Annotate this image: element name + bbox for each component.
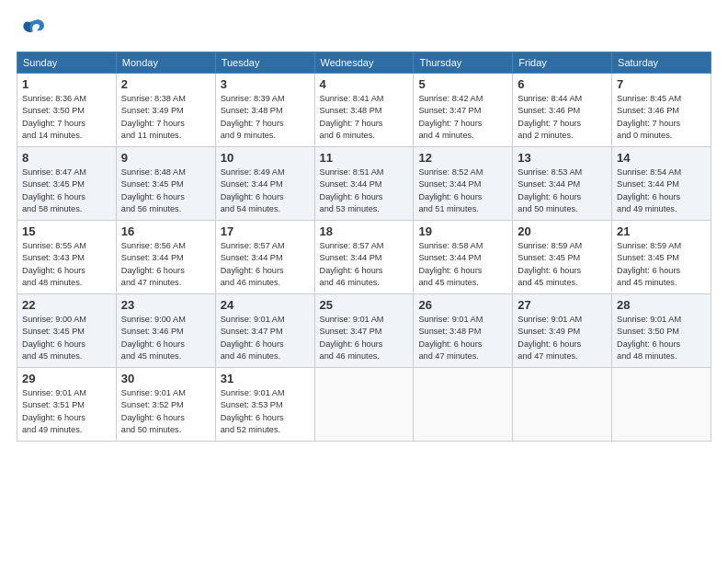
- week-row-5: 29Sunrise: 9:01 AM Sunset: 3:51 PM Dayli…: [17, 368, 711, 442]
- day-number: 27: [518, 298, 607, 312]
- day-number: 17: [221, 224, 310, 238]
- day-cell: [612, 368, 711, 442]
- day-cell: 24Sunrise: 9:01 AM Sunset: 3:47 PM Dayli…: [215, 294, 314, 368]
- logo-icon: [17, 17, 46, 42]
- day-cell: 13Sunrise: 8:53 AM Sunset: 3:44 PM Dayli…: [513, 147, 612, 221]
- day-number: 13: [518, 151, 607, 165]
- day-info: Sunrise: 9:01 AM Sunset: 3:51 PM Dayligh…: [22, 387, 111, 436]
- day-info: Sunrise: 8:36 AM Sunset: 3:50 PM Dayligh…: [22, 93, 111, 142]
- day-info: Sunrise: 8:57 AM Sunset: 3:44 PM Dayligh…: [320, 240, 409, 289]
- week-row-3: 15Sunrise: 8:55 AM Sunset: 3:43 PM Dayli…: [17, 221, 711, 294]
- day-info: Sunrise: 8:59 AM Sunset: 3:45 PM Dayligh…: [617, 240, 706, 289]
- week-row-2: 8Sunrise: 8:47 AM Sunset: 3:45 PM Daylig…: [17, 147, 711, 221]
- col-header-tuesday: Tuesday: [215, 52, 314, 74]
- day-cell: 16Sunrise: 8:56 AM Sunset: 3:44 PM Dayli…: [116, 221, 215, 294]
- day-info: Sunrise: 8:45 AM Sunset: 3:46 PM Dayligh…: [617, 93, 706, 142]
- day-cell: 1Sunrise: 8:36 AM Sunset: 3:50 PM Daylig…: [17, 74, 117, 147]
- day-info: Sunrise: 9:01 AM Sunset: 3:53 PM Dayligh…: [221, 387, 310, 436]
- day-number: 5: [418, 77, 507, 91]
- day-cell: 7Sunrise: 8:45 AM Sunset: 3:46 PM Daylig…: [612, 74, 711, 147]
- day-number: 18: [320, 224, 409, 238]
- day-info: Sunrise: 8:57 AM Sunset: 3:44 PM Dayligh…: [221, 240, 310, 289]
- day-cell: 25Sunrise: 9:01 AM Sunset: 3:47 PM Dayli…: [314, 294, 414, 368]
- day-cell: [314, 368, 414, 442]
- week-row-1: 1Sunrise: 8:36 AM Sunset: 3:50 PM Daylig…: [17, 74, 711, 147]
- day-cell: 12Sunrise: 8:52 AM Sunset: 3:44 PM Dayli…: [414, 147, 513, 221]
- day-number: 26: [418, 298, 507, 312]
- day-cell: [513, 368, 612, 442]
- day-cell: 14Sunrise: 8:54 AM Sunset: 3:44 PM Dayli…: [612, 147, 711, 221]
- week-row-4: 22Sunrise: 9:00 AM Sunset: 3:45 PM Dayli…: [17, 294, 711, 368]
- day-cell: 11Sunrise: 8:51 AM Sunset: 3:44 PM Dayli…: [314, 147, 414, 221]
- day-number: 10: [221, 151, 310, 165]
- day-cell: 8Sunrise: 8:47 AM Sunset: 3:45 PM Daylig…: [17, 147, 117, 221]
- day-cell: [414, 368, 513, 442]
- day-info: Sunrise: 9:00 AM Sunset: 3:45 PM Dayligh…: [22, 314, 111, 362]
- day-cell: 30Sunrise: 9:01 AM Sunset: 3:52 PM Dayli…: [116, 368, 215, 442]
- day-info: Sunrise: 9:00 AM Sunset: 3:46 PM Dayligh…: [121, 314, 210, 362]
- day-cell: 31Sunrise: 9:01 AM Sunset: 3:53 PM Dayli…: [215, 368, 314, 442]
- day-number: 28: [617, 298, 706, 312]
- day-cell: 29Sunrise: 9:01 AM Sunset: 3:51 PM Dayli…: [17, 368, 117, 442]
- day-cell: 28Sunrise: 9:01 AM Sunset: 3:50 PM Dayli…: [612, 294, 711, 368]
- day-cell: 23Sunrise: 9:00 AM Sunset: 3:46 PM Dayli…: [116, 294, 215, 368]
- day-info: Sunrise: 8:58 AM Sunset: 3:44 PM Dayligh…: [418, 240, 507, 289]
- day-number: 16: [121, 224, 210, 238]
- col-header-sunday: Sunday: [17, 52, 117, 74]
- day-cell: 6Sunrise: 8:44 AM Sunset: 3:46 PM Daylig…: [513, 74, 612, 147]
- col-header-saturday: Saturday: [612, 52, 711, 74]
- day-number: 8: [22, 151, 111, 165]
- day-number: 12: [418, 151, 507, 165]
- day-number: 6: [518, 77, 607, 91]
- day-info: Sunrise: 8:38 AM Sunset: 3:49 PM Dayligh…: [121, 93, 210, 142]
- day-cell: 2Sunrise: 8:38 AM Sunset: 3:49 PM Daylig…: [116, 74, 215, 147]
- day-info: Sunrise: 8:44 AM Sunset: 3:46 PM Dayligh…: [518, 93, 607, 142]
- day-cell: 4Sunrise: 8:41 AM Sunset: 3:48 PM Daylig…: [314, 74, 414, 147]
- day-number: 2: [121, 77, 210, 91]
- day-number: 1: [22, 77, 111, 91]
- day-number: 14: [617, 151, 706, 165]
- calendar-table: SundayMondayTuesdayWednesdayThursdayFrid…: [17, 52, 711, 442]
- day-info: Sunrise: 9:01 AM Sunset: 3:52 PM Dayligh…: [121, 387, 210, 436]
- day-number: 25: [320, 298, 409, 312]
- day-number: 21: [617, 224, 706, 238]
- day-info: Sunrise: 8:54 AM Sunset: 3:44 PM Dayligh…: [617, 167, 706, 215]
- day-info: Sunrise: 8:47 AM Sunset: 3:45 PM Dayligh…: [22, 167, 111, 215]
- day-info: Sunrise: 8:55 AM Sunset: 3:43 PM Dayligh…: [22, 240, 111, 289]
- day-cell: 18Sunrise: 8:57 AM Sunset: 3:44 PM Dayli…: [314, 221, 414, 294]
- day-cell: 3Sunrise: 8:39 AM Sunset: 3:48 PM Daylig…: [215, 74, 314, 147]
- day-info: Sunrise: 8:49 AM Sunset: 3:44 PM Dayligh…: [221, 167, 310, 215]
- day-cell: 15Sunrise: 8:55 AM Sunset: 3:43 PM Dayli…: [17, 221, 117, 294]
- logo: [17, 17, 50, 42]
- day-cell: 17Sunrise: 8:57 AM Sunset: 3:44 PM Dayli…: [215, 221, 314, 294]
- day-cell: 9Sunrise: 8:48 AM Sunset: 3:45 PM Daylig…: [116, 147, 215, 221]
- day-info: Sunrise: 8:41 AM Sunset: 3:48 PM Dayligh…: [320, 93, 409, 142]
- day-info: Sunrise: 9:01 AM Sunset: 3:47 PM Dayligh…: [221, 314, 310, 362]
- day-number: 9: [121, 151, 210, 165]
- day-info: Sunrise: 8:42 AM Sunset: 3:47 PM Dayligh…: [418, 93, 507, 142]
- day-number: 23: [121, 298, 210, 312]
- col-header-thursday: Thursday: [414, 52, 513, 74]
- day-info: Sunrise: 9:01 AM Sunset: 3:50 PM Dayligh…: [617, 314, 706, 362]
- header: [17, 17, 711, 42]
- day-info: Sunrise: 8:56 AM Sunset: 3:44 PM Dayligh…: [121, 240, 210, 289]
- day-info: Sunrise: 8:52 AM Sunset: 3:44 PM Dayligh…: [418, 167, 507, 215]
- day-number: 7: [617, 77, 706, 91]
- day-info: Sunrise: 8:51 AM Sunset: 3:44 PM Dayligh…: [320, 167, 409, 215]
- col-header-wednesday: Wednesday: [314, 52, 414, 74]
- day-number: 19: [418, 224, 507, 238]
- day-number: 15: [22, 224, 111, 238]
- day-number: 4: [320, 77, 409, 91]
- day-info: Sunrise: 9:01 AM Sunset: 3:47 PM Dayligh…: [320, 314, 409, 362]
- header-row: SundayMondayTuesdayWednesdayThursdayFrid…: [17, 52, 711, 74]
- day-number: 3: [221, 77, 310, 91]
- col-header-friday: Friday: [513, 52, 612, 74]
- day-info: Sunrise: 9:01 AM Sunset: 3:48 PM Dayligh…: [418, 314, 507, 362]
- day-cell: 5Sunrise: 8:42 AM Sunset: 3:47 PM Daylig…: [414, 74, 513, 147]
- day-info: Sunrise: 9:01 AM Sunset: 3:49 PM Dayligh…: [518, 314, 607, 362]
- day-number: 11: [320, 151, 409, 165]
- col-header-monday: Monday: [116, 52, 215, 74]
- day-cell: 19Sunrise: 8:58 AM Sunset: 3:44 PM Dayli…: [414, 221, 513, 294]
- day-number: 24: [221, 298, 310, 312]
- day-info: Sunrise: 8:59 AM Sunset: 3:45 PM Dayligh…: [518, 240, 607, 289]
